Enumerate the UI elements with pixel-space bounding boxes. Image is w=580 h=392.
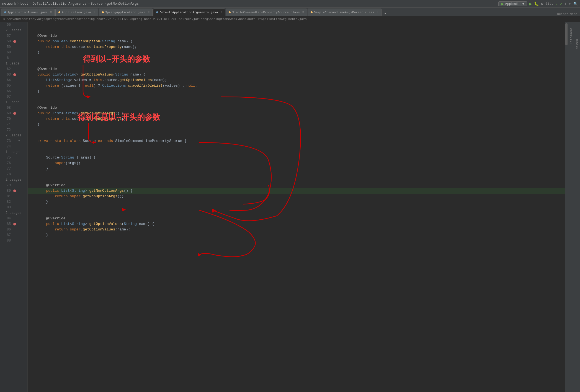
code-line bbox=[28, 55, 565, 61]
gutter-line: 63 bbox=[0, 72, 27, 77]
code-line bbox=[28, 100, 565, 105]
code-line bbox=[28, 205, 565, 210]
code-line bbox=[28, 210, 565, 216]
reader-mode[interactable]: Reader Mode bbox=[554, 12, 580, 16]
tab-defaultapplicationarguments[interactable]: DefaultApplicationArguments.java × bbox=[153, 9, 225, 16]
close-tab-2[interactable]: × bbox=[94, 11, 95, 14]
code-line: @Override bbox=[28, 216, 565, 221]
code-line: return super.getOptionValues(name); bbox=[28, 227, 565, 232]
breadcrumb-sep-3: > bbox=[87, 2, 89, 6]
tab-label-3: SpringApplication.java bbox=[105, 11, 145, 14]
gutter-line: 76 bbox=[0, 160, 27, 166]
gutter-line: 2 usages bbox=[0, 177, 27, 183]
code-line: return (values != null) ? Collections.un… bbox=[28, 83, 565, 89]
gutter-line: 71 bbox=[0, 122, 27, 127]
breadcrumb-item-1[interactable]: network bbox=[2, 2, 16, 6]
code-editor[interactable]: @Override public boolean containsOption(… bbox=[28, 22, 565, 392]
maven-sidebar[interactable]: Maven bbox=[574, 22, 580, 392]
gutter-line: 84 bbox=[0, 216, 27, 221]
code-line: private static class Source extends Simp… bbox=[28, 138, 565, 144]
gutter-line: 82 bbox=[0, 199, 27, 205]
gutter-line: 56 bbox=[0, 22, 27, 28]
git-check-icon[interactable]: ✓ bbox=[556, 2, 558, 6]
debug-icon[interactable]: 🐛 bbox=[534, 1, 539, 6]
database-label[interactable]: Database bbox=[569, 28, 573, 45]
tab-application[interactable]: Application.java × bbox=[55, 9, 98, 16]
gutter-line: 77 bbox=[0, 166, 27, 172]
close-tab-3[interactable]: × bbox=[148, 11, 149, 14]
code-line: @Override bbox=[28, 66, 565, 72]
run-play-icon[interactable]: ▶ bbox=[529, 1, 532, 7]
run-icon: ▶ bbox=[501, 2, 504, 6]
scrollbar-thumb[interactable] bbox=[565, 23, 568, 45]
gutter-line: 87 bbox=[0, 232, 27, 238]
code-line: Source(String[] args) { bbox=[28, 155, 565, 160]
tab-label-1: ApplicationRunner.java bbox=[7, 11, 48, 14]
code-line bbox=[28, 172, 565, 177]
git-check2-icon[interactable]: ✓ bbox=[560, 2, 562, 6]
search-icon[interactable]: 🔍 bbox=[573, 2, 578, 6]
git-arrow-icon[interactable]: ↑ bbox=[564, 2, 567, 6]
scroll-area[interactable]: 56 2 usages 57 58 59 60 61 bbox=[0, 22, 568, 392]
close-tab-6[interactable]: × bbox=[377, 11, 378, 14]
gutter-line: 67 bbox=[0, 94, 27, 100]
code-line bbox=[28, 238, 565, 243]
tab-label-6: SimpleCommandLineArgsParser.class bbox=[314, 11, 374, 14]
tab-springapplication[interactable]: SpringApplication.java × bbox=[99, 9, 153, 16]
tab-applicationrunner[interactable]: ApplicationRunner.java × bbox=[1, 9, 55, 16]
tab-simplecmdparser[interactable]: SimpleCommandLineArgsParser.class × bbox=[308, 9, 381, 16]
gutter-line: 69 bbox=[0, 111, 27, 116]
breadcrumb-sep-1: > bbox=[17, 2, 19, 6]
tab-label-2: Application.java bbox=[62, 11, 91, 14]
application-run-button[interactable]: ▶ Application ▾ bbox=[498, 1, 527, 6]
right-controls: ▶ Application ▾ ▶ 🐛 ⚙ Git: ✓ ✓ ↑ ↩ 🔍 bbox=[498, 1, 578, 7]
dropdown-icon: ▾ bbox=[522, 2, 524, 6]
close-tab-1[interactable]: × bbox=[50, 11, 52, 14]
path-bar: D:\MavenRepository\org\springframework\b… bbox=[0, 16, 580, 22]
file-icon-6 bbox=[311, 11, 313, 13]
gutter-line: 58 bbox=[0, 39, 27, 44]
gutter-line: 83 bbox=[0, 205, 27, 210]
file-icon-4 bbox=[156, 11, 158, 13]
code-line: List<String> values = this.source.getOpt… bbox=[28, 77, 565, 83]
breadcrumb-sep-2: > bbox=[29, 2, 31, 6]
line-gutter: 56 2 usages 57 58 59 60 61 bbox=[0, 22, 28, 392]
code-line: return this.source.getNonOptionArgs(); bbox=[28, 116, 565, 122]
close-tab-4[interactable]: × bbox=[220, 11, 222, 14]
database-sidebar[interactable]: Database bbox=[568, 22, 574, 392]
scrollbar-track[interactable] bbox=[565, 22, 568, 392]
tab-label-4: DefaultApplicationArguments.java bbox=[159, 11, 218, 14]
code-line bbox=[28, 127, 565, 133]
code-line bbox=[28, 144, 565, 149]
code-line: } bbox=[28, 166, 565, 172]
code-lines: @Override public boolean containsOption(… bbox=[28, 22, 565, 243]
code-line bbox=[28, 28, 565, 33]
breadcrumb-item-3[interactable]: DefaultApplicationArguments bbox=[33, 2, 86, 6]
code-line: } bbox=[28, 122, 565, 127]
undo-icon[interactable]: ↩ bbox=[569, 1, 571, 6]
gutter-line: 65 bbox=[0, 83, 27, 89]
more-tabs-icon[interactable]: ▾ bbox=[383, 11, 388, 16]
code-line: public List<String> getNonOptionArgs() { bbox=[28, 111, 565, 116]
gutter-line: 66 bbox=[0, 89, 27, 94]
editor-wrapper: 56 2 usages 57 58 59 60 61 bbox=[0, 22, 580, 392]
close-tab-5[interactable]: × bbox=[302, 11, 304, 14]
gutter-line: 1 usage bbox=[0, 100, 27, 105]
breadcrumb-item-5[interactable]: getNonOptionArgs bbox=[107, 2, 139, 6]
gutter-line: 2 usages bbox=[0, 28, 27, 33]
breadcrumb-item-2[interactable]: boot bbox=[20, 2, 29, 6]
file-icon-1 bbox=[4, 11, 6, 13]
tab-simplecmdproperty[interactable]: SimpleCommandLinePropertySource.class × bbox=[226, 9, 307, 16]
code-line: public List<String> getOptionValues(Stri… bbox=[28, 72, 565, 77]
breadcrumb-item-4[interactable]: Source bbox=[91, 2, 102, 6]
maven-label[interactable]: Maven bbox=[576, 39, 579, 49]
gutter-line: 79 bbox=[0, 183, 27, 188]
gutter-line: 86 bbox=[0, 227, 27, 232]
gutter-line: 72 bbox=[0, 127, 27, 133]
code-line: @Override bbox=[28, 183, 565, 188]
gutter-line: 62 bbox=[0, 66, 27, 72]
breadcrumb: network > boot > DefaultApplicationArgum… bbox=[2, 2, 498, 6]
top-bar: network > boot > DefaultApplicationArgum… bbox=[0, 0, 580, 8]
settings-icon[interactable]: ⚙ bbox=[541, 2, 543, 6]
code-line: } bbox=[28, 199, 565, 205]
